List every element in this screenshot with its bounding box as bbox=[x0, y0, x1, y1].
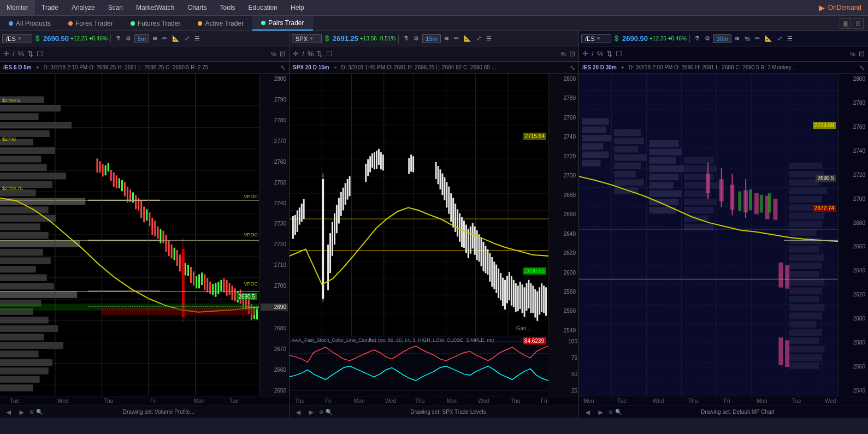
chart2-crosshair-btn[interactable]: ⊕ bbox=[319, 409, 323, 415]
svg-rect-216 bbox=[513, 280, 515, 307]
chart2-scroll-right[interactable]: ► bbox=[306, 408, 317, 417]
chart3-zoom-in[interactable]: 🔍 bbox=[615, 409, 622, 415]
chart3-measure[interactable]: 📐 bbox=[763, 34, 774, 43]
chart3-percent-draw[interactable]: % bbox=[597, 50, 604, 58]
chart3-crosshair-btn[interactable]: ⊕ bbox=[609, 409, 613, 415]
chart1-symbol[interactable]: /ES ▼ bbox=[2, 34, 32, 43]
chart2-percent[interactable]: % bbox=[308, 50, 314, 58]
chart2-measure[interactable]: 📐 bbox=[462, 34, 473, 43]
tab-all-products[interactable]: All Products bbox=[0, 16, 60, 31]
layout-btn-1[interactable]: ▣ bbox=[840, 18, 851, 29]
chart1-rect[interactable]: ☐ bbox=[37, 50, 43, 58]
tab-forex[interactable]: Forex Trader bbox=[60, 16, 122, 31]
svg-rect-93 bbox=[215, 283, 216, 297]
chart1-line[interactable]: / bbox=[13, 50, 15, 58]
chart2-scroll-left[interactable]: ◄ bbox=[293, 408, 304, 417]
svg-rect-75 bbox=[166, 235, 167, 252]
chart3-symbol[interactable]: /ES ▼ bbox=[581, 34, 611, 43]
chart3-line[interactable]: / bbox=[592, 50, 594, 58]
nav-help[interactable]: Help bbox=[284, 0, 311, 15]
chart2-expand2[interactable]: ⊡ bbox=[569, 50, 575, 58]
chart2-zoom-in[interactable]: 🔍 bbox=[326, 409, 332, 415]
chart1-scroll-right[interactable]: ► bbox=[16, 408, 27, 417]
nav-scan[interactable]: Scan bbox=[102, 0, 129, 15]
chart1-measure[interactable]: 📐 bbox=[170, 34, 181, 43]
svg-rect-171 bbox=[371, 153, 373, 168]
chart1-percent[interactable]: % bbox=[18, 50, 25, 58]
chart1-settings[interactable]: ⚙ bbox=[124, 34, 133, 43]
nav-education[interactable]: Education bbox=[242, 0, 284, 15]
chart2-settings[interactable]: ⚙ bbox=[412, 34, 421, 43]
svg-rect-190 bbox=[457, 209, 458, 236]
chart1-updown[interactable]: ⇅ bbox=[27, 50, 33, 58]
chart3-settings[interactable]: ⚙ bbox=[703, 34, 712, 43]
svg-rect-17 bbox=[0, 113, 39, 120]
chart1-expand2[interactable]: ⊡ bbox=[280, 50, 286, 58]
chart1-day-tue2: Tue bbox=[229, 398, 239, 404]
chart1-crosshair-btn[interactable]: ⊕ bbox=[29, 409, 34, 415]
nav-monitor[interactable]: Monitor bbox=[0, 0, 35, 15]
nav-charts[interactable]: Charts bbox=[181, 0, 213, 15]
chart2-line[interactable]: / bbox=[302, 50, 304, 58]
chart1-flask[interactable]: ⚗ bbox=[114, 34, 122, 43]
chart3-scroll-left[interactable]: ◄ bbox=[582, 408, 593, 417]
chart3-expand[interactable]: ⤢ bbox=[776, 34, 784, 43]
chart3-info-cross: + bbox=[621, 64, 624, 70]
chart1-svg bbox=[0, 74, 259, 396]
nav-marketwatch[interactable]: MarketWatch bbox=[129, 0, 181, 15]
chart2-flask[interactable]: ⚗ bbox=[401, 34, 410, 43]
nav-analyze[interactable]: Analyze bbox=[65, 0, 102, 15]
chart2-rect[interactable]: ☐ bbox=[326, 50, 333, 58]
chart3-scroll-right[interactable]: ► bbox=[595, 408, 606, 417]
chart2-timeframe[interactable]: 15m bbox=[422, 34, 440, 43]
svg-rect-76 bbox=[168, 240, 170, 256]
svg-rect-167 bbox=[349, 176, 351, 197]
svg-rect-94 bbox=[217, 282, 219, 294]
chart2-bars[interactable]: ≋ bbox=[442, 34, 451, 43]
tab-futures[interactable]: Futures Trader bbox=[122, 16, 190, 31]
chart1-menu[interactable]: ☰ bbox=[193, 34, 202, 43]
c2-day-thu3: Thu bbox=[511, 398, 520, 404]
tab-active-trader[interactable]: Active Trader bbox=[189, 16, 252, 31]
tab-pairs-trader[interactable]: Pairs Trader bbox=[252, 16, 312, 31]
chart1-scroll-left[interactable]: ◄ bbox=[3, 408, 14, 417]
chart3-bars[interactable]: ≋ bbox=[733, 34, 741, 43]
chart1-timeframe[interactable]: 5m bbox=[134, 34, 149, 43]
chart3-pen[interactable]: ✏ bbox=[753, 34, 761, 43]
chart3-percent[interactable]: % bbox=[743, 35, 752, 43]
chart3-zoom-btn[interactable]: % bbox=[850, 51, 855, 57]
chart3-menu[interactable]: ☰ bbox=[786, 34, 794, 43]
chart3-expand2[interactable]: ⊡ bbox=[859, 50, 865, 58]
price-2710: 2710 bbox=[261, 262, 288, 268]
chart2-symbol[interactable]: SPX ▼ bbox=[292, 34, 322, 43]
chart2-updown[interactable]: ⇅ bbox=[317, 50, 323, 58]
chart2-expand[interactable]: ⤢ bbox=[475, 34, 483, 43]
chart2-canvas[interactable]: Gan... 2715.64 2690.65 bbox=[290, 74, 548, 336]
ondemand-label[interactable]: OnDemand bbox=[828, 4, 861, 11]
layout-btn-2[interactable]: ⊞ bbox=[853, 18, 864, 29]
chart3-updown[interactable]: ⇅ bbox=[606, 50, 612, 58]
chart3-rect[interactable]: ☐ bbox=[616, 50, 622, 58]
chart2-crosshair[interactable]: ✛ bbox=[293, 50, 299, 58]
chart3-timeframe[interactable]: 30m bbox=[713, 34, 731, 43]
chart2-pen[interactable]: ✏ bbox=[452, 34, 460, 43]
svg-rect-291 bbox=[684, 199, 717, 205]
chart1-zoom-btn[interactable]: % bbox=[271, 51, 276, 57]
chart1-zoom-in[interactable]: 🔍 bbox=[36, 409, 43, 415]
chart3-canvas[interactable]: 2719.69 2690.5 2672.74 bbox=[579, 74, 838, 396]
svg-rect-48 bbox=[0, 376, 40, 383]
chart1-vpoc1-price: $2769.5 bbox=[2, 98, 20, 103]
chart1-crosshair[interactable]: ✛ bbox=[3, 50, 9, 58]
chart3-crosshair[interactable]: ✛ bbox=[582, 50, 588, 58]
nav-trade[interactable]: Trade bbox=[35, 0, 65, 15]
chart1-expand[interactable]: ⤢ bbox=[183, 34, 191, 43]
chart1-bottom: ◄ ► ⊕ 🔍 Drawing set: Volume Profile... bbox=[0, 406, 289, 418]
price-2730: 2730 bbox=[261, 221, 288, 227]
chart2-zoom-btn[interactable]: % bbox=[560, 51, 566, 57]
chart3-flask[interactable]: ⚗ bbox=[693, 34, 701, 43]
nav-tools[interactable]: Tools bbox=[214, 0, 242, 15]
chart1-pen[interactable]: ✏ bbox=[161, 34, 169, 43]
chart2-menu[interactable]: ☰ bbox=[485, 34, 493, 43]
chart1-canvas[interactable]: VPOC VPOC VPOC $2769.5 $2748 $2709.75 26… bbox=[0, 74, 259, 396]
chart1-bars[interactable]: ≋ bbox=[151, 34, 159, 43]
